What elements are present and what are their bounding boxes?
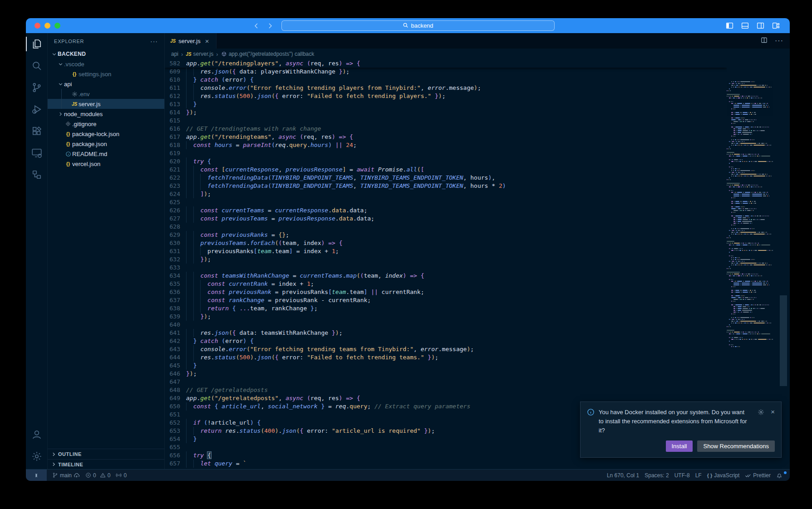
code-line[interactable]: 632}); bbox=[165, 255, 727, 264]
notification-settings-icon[interactable] bbox=[758, 409, 764, 417]
run-debug-icon[interactable] bbox=[26, 98, 48, 120]
formatter[interactable]: Prettier bbox=[742, 472, 773, 479]
sidebar-section-timeline[interactable]: TIMELINE bbox=[48, 459, 164, 469]
editor-more-actions-icon[interactable]: ··· bbox=[775, 37, 783, 45]
code-line[interactable]: 619 bbox=[165, 149, 727, 157]
code-line[interactable]: 613} bbox=[165, 100, 727, 108]
code-line[interactable]: 635const currentRank = index + 1; bbox=[165, 280, 727, 288]
navigate-forward-icon[interactable] bbox=[266, 22, 274, 29]
scrollbar-slider[interactable] bbox=[780, 295, 787, 386]
code-line[interactable]: 623fetchTrendingData(TINYBIRD_ENDPOINT_T… bbox=[165, 182, 727, 190]
ports-status[interactable]: 0 bbox=[113, 472, 129, 479]
customize-layout-icon[interactable] bbox=[772, 22, 780, 29]
code-line[interactable]: 646}); bbox=[165, 370, 727, 378]
remote-indicator[interactable] bbox=[26, 470, 47, 481]
code-line[interactable]: 648// GET /getrelatedposts bbox=[165, 386, 727, 394]
sticky-line[interactable]: 582app.get("/trendingplayers", async (re… bbox=[165, 59, 727, 68]
code-line[interactable]: 631previousRanks[team.team] = index + 1; bbox=[165, 247, 727, 255]
code-line[interactable]: 620try { bbox=[165, 157, 727, 166]
code-line[interactable]: 640 bbox=[165, 321, 727, 329]
zoom-window-button[interactable] bbox=[54, 23, 60, 29]
code-line[interactable]: 657let query = ` bbox=[165, 460, 727, 468]
cursor-position[interactable]: Ln 670, Col 1 bbox=[604, 472, 642, 479]
encoding[interactable]: UTF-8 bbox=[672, 472, 693, 479]
source-control-icon[interactable] bbox=[26, 77, 48, 98]
code-line[interactable]: 616// GET /trendingteams with rank chang… bbox=[165, 125, 727, 133]
tree-item-settings.json[interactable]: {}settings.json bbox=[48, 69, 164, 79]
settings-icon[interactable] bbox=[26, 445, 48, 467]
notifications-bell-icon[interactable] bbox=[773, 472, 785, 479]
language-mode[interactable]: { }JavaScript bbox=[704, 472, 743, 479]
explorer-icon[interactable] bbox=[26, 33, 48, 55]
tree-item-node_modules[interactable]: node_modules bbox=[48, 109, 164, 119]
extensions-icon[interactable] bbox=[26, 120, 48, 142]
breadcrumb-item[interactable]: JSserver.js bbox=[186, 51, 213, 57]
indentation[interactable]: Spaces: 2 bbox=[642, 472, 671, 479]
layout-controls bbox=[726, 22, 780, 29]
code-line[interactable]: 637const rankChange = previousRank - cur… bbox=[165, 296, 727, 304]
code-line[interactable]: 627const previousTeams = previousRespons… bbox=[165, 215, 727, 223]
code-line[interactable]: 617app.get("/trendingteams", async (req,… bbox=[165, 133, 727, 141]
problems-status[interactable]: 0 0 bbox=[83, 472, 113, 479]
code-line[interactable]: 633 bbox=[165, 264, 727, 272]
command-center-search[interactable]: backend bbox=[281, 20, 555, 31]
code-line[interactable]: 618const hours = parseInt(req.query.hour… bbox=[165, 141, 727, 149]
close-window-button[interactable] bbox=[34, 23, 40, 29]
code-line[interactable]: 611console.error("Error fetching trendin… bbox=[165, 84, 727, 92]
references-icon[interactable] bbox=[26, 164, 48, 186]
code-line[interactable]: 622fetchTrendingData(TINYBIRD_ENDPOINT_T… bbox=[165, 174, 727, 182]
code-line[interactable]: 621const [currentResponse, previousRespo… bbox=[165, 166, 727, 174]
tree-item-package.json[interactable]: {}package.json bbox=[48, 139, 164, 149]
breadcrumb-item[interactable]: api bbox=[171, 51, 178, 57]
tree-item-.vscode[interactable]: .vscode bbox=[48, 59, 164, 69]
code-line[interactable]: 642} catch (error) { bbox=[165, 337, 727, 345]
tree-item-api[interactable]: api bbox=[48, 79, 164, 89]
code-line[interactable]: 636const previousRank = previousRanks[te… bbox=[165, 288, 727, 296]
code-line[interactable]: 625 bbox=[165, 198, 727, 206]
show-recommendations-button[interactable]: Show Recommendations bbox=[697, 440, 775, 452]
notification-close-icon[interactable]: × bbox=[771, 409, 775, 415]
tree-item-vercel.json[interactable]: {}vercel.json bbox=[48, 159, 164, 169]
navigate-back-icon[interactable] bbox=[253, 22, 260, 29]
sidebar-section-outline[interactable]: OUTLINE bbox=[48, 449, 164, 459]
toggle-panel-icon[interactable] bbox=[741, 22, 749, 29]
code-line[interactable]: 610} catch (error) { bbox=[165, 76, 727, 84]
tab-server-js[interactable]: JS server.js × bbox=[165, 33, 217, 49]
code-line[interactable]: 612res.status(500).json({ error: "Failed… bbox=[165, 92, 727, 100]
tree-item-server.js[interactable]: JSserver.js bbox=[48, 99, 164, 109]
breadcrumb-item[interactable]: app.get("/getrelatedposts") callback bbox=[221, 51, 315, 57]
tree-item-.gitignore[interactable]: .gitignore bbox=[48, 119, 164, 129]
code-line[interactable]: 614}); bbox=[165, 108, 727, 117]
tree-item-package-lock.json[interactable]: {}package-lock.json bbox=[48, 129, 164, 139]
close-tab-icon[interactable]: × bbox=[205, 37, 209, 45]
code-line[interactable]: 630previousTeams.forEach((team, index) =… bbox=[165, 239, 727, 247]
remote-explorer-icon[interactable] bbox=[26, 142, 48, 164]
code-line[interactable]: 624]); bbox=[165, 190, 727, 198]
account-icon[interactable] bbox=[26, 424, 48, 445]
git-branch-status[interactable]: main bbox=[49, 472, 83, 479]
code-line[interactable]: 628 bbox=[165, 223, 727, 231]
code-line[interactable]: 643console.error("Error fetching trendin… bbox=[165, 345, 727, 353]
code-line[interactable]: 615 bbox=[165, 117, 727, 125]
install-button[interactable]: Install bbox=[666, 440, 693, 452]
explorer-more-actions-icon[interactable]: ··· bbox=[150, 38, 158, 45]
code-line[interactable]: 609res.json({ data: playersWithRankChang… bbox=[165, 68, 727, 76]
minimize-window-button[interactable] bbox=[44, 23, 50, 29]
tree-item-.env[interactable]: .env bbox=[48, 89, 164, 99]
toggle-sidebar-icon[interactable] bbox=[726, 22, 733, 29]
code-line[interactable]: 641res.json({ data: teamsWithRankChange … bbox=[165, 329, 727, 337]
code-line[interactable]: 639}); bbox=[165, 313, 727, 321]
search-icon[interactable] bbox=[26, 55, 48, 77]
code-line[interactable]: 638return { ...team, rankChange }; bbox=[165, 304, 727, 313]
code-line[interactable]: 645} bbox=[165, 362, 727, 370]
code-line[interactable]: 634const teamsWithRankChange = currentTe… bbox=[165, 272, 727, 280]
code-line[interactable]: 644res.status(500).json({ error: "Failed… bbox=[165, 353, 727, 362]
eol[interactable]: LF bbox=[693, 472, 704, 479]
code-line[interactable]: 647 bbox=[165, 378, 727, 386]
code-line[interactable]: 626const currentTeams = currentResponse.… bbox=[165, 206, 727, 215]
tree-item-BACKEND[interactable]: BACKEND bbox=[48, 49, 164, 59]
code-line[interactable]: 629const previousRanks = {}; bbox=[165, 231, 727, 239]
tree-item-README.md[interactable]: README.md bbox=[48, 149, 164, 159]
toggle-secondary-sidebar-icon[interactable] bbox=[757, 22, 764, 29]
split-editor-icon[interactable] bbox=[761, 37, 768, 45]
